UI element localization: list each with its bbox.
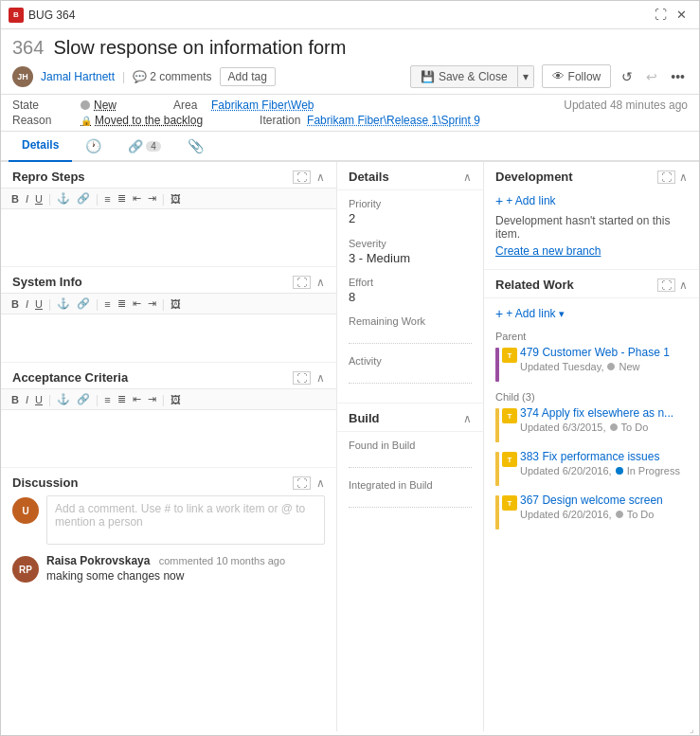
rich-list4[interactable]: ⇥ (145, 191, 159, 206)
more-button[interactable]: ••• (668, 67, 688, 86)
integrated-in-build-field: Integrated in Build (349, 479, 472, 508)
meta-rows: State New Area Fabrikam Fiber\Web Update… (1, 95, 699, 132)
undo-button[interactable]: ↩ (643, 67, 660, 86)
severity-value[interactable]: 3 - Medium (349, 251, 472, 265)
user-name[interactable]: Jamal Hartnett (41, 70, 115, 83)
rich-list3[interactable]: ⇤ (130, 191, 144, 206)
si-italic[interactable]: I (23, 297, 31, 311)
comment-time-1: commented 10 months ago (159, 555, 285, 566)
ac-bold[interactable]: B (9, 393, 22, 406)
si-underline[interactable]: U (32, 297, 45, 311)
tab-history[interactable]: 🕐 (72, 132, 115, 162)
dev-add-link[interactable]: + + Add link (495, 193, 688, 208)
repro-steps-content[interactable] (1, 209, 336, 266)
related-expand-icon[interactable]: ⛶ (657, 278, 675, 292)
rich-sep-1: | (48, 192, 51, 206)
ac-link2[interactable]: 🔗 (74, 392, 93, 406)
child2-title[interactable]: 383 Fix performance issues (520, 450, 680, 465)
system-info-header: System Info ⛶ ∧ (1, 267, 336, 293)
ac-italic[interactable]: I (23, 393, 31, 406)
development-content: + + Add link Development hasn't started … (484, 189, 699, 269)
remaining-work-value[interactable] (349, 329, 472, 344)
left-panel: Repro Steps ⛶ ∧ B I U | ⚓ 🔗 | ≡ ≣ ⇤ ⇥ | … (1, 162, 337, 731)
ac-content[interactable] (1, 410, 336, 467)
area-value[interactable]: Fabrikam Fiber\Web (211, 99, 314, 112)
rich-image[interactable]: 🖼 (168, 192, 184, 206)
child3-icon: T (502, 495, 517, 511)
si-link2[interactable]: 🔗 (74, 296, 93, 311)
maximize-button[interactable]: ⛶ (650, 6, 672, 24)
si-image[interactable]: 🖼 (168, 297, 184, 311)
resize-handle[interactable]: ⌟ (690, 724, 694, 734)
ac-collapse-icon[interactable]: ∧ (316, 371, 325, 385)
activity-value[interactable] (349, 368, 472, 384)
tab-details[interactable]: Details (9, 132, 72, 162)
add-tag-button[interactable]: Add tag (220, 67, 276, 86)
repro-collapse-icon[interactable]: ∧ (316, 171, 325, 184)
dev-collapse-icon[interactable]: ∧ (679, 171, 688, 184)
rich-list1[interactable]: ≡ (101, 192, 113, 206)
si-link[interactable]: ⚓ (54, 296, 73, 311)
si-list2[interactable]: ≣ (115, 296, 129, 311)
remaining-work-label: Remaining Work (349, 315, 472, 327)
ac-list4[interactable]: ⇥ (145, 392, 159, 406)
details-collapse-icon[interactable]: ∧ (463, 171, 472, 184)
dev-expand-icon[interactable]: ⛶ (657, 171, 675, 184)
parent-status-dot (607, 363, 615, 370)
sysinfo-expand-icon[interactable]: ⛶ (293, 276, 311, 289)
ac-image[interactable]: 🖼 (168, 393, 184, 406)
rich-underline[interactable]: U (32, 192, 45, 206)
repro-expand-icon[interactable]: ⛶ (293, 171, 311, 184)
discussion-title: Discussion (12, 476, 293, 490)
found-in-build-value[interactable] (349, 453, 472, 468)
rich-link[interactable]: ⚓ (54, 191, 73, 206)
system-info-icons: ⛶ ∧ (293, 276, 325, 289)
ac-link[interactable]: ⚓ (54, 392, 73, 406)
si-list3[interactable]: ⇤ (130, 296, 144, 311)
comment-input[interactable]: Add a comment. Use # to link a work item… (46, 495, 325, 545)
child3-status-dot (616, 511, 623, 518)
si-list1[interactable]: ≡ (101, 297, 113, 311)
rich-link2[interactable]: 🔗 (74, 191, 93, 206)
rich-list2[interactable]: ≣ (115, 191, 129, 206)
tab-links[interactable]: 🔗 4 (115, 132, 174, 162)
related-plus-icon: + (495, 306, 503, 321)
parent-title[interactable]: 479 Customer Web - Phase 1 (520, 346, 670, 361)
priority-value[interactable]: 2 (349, 211, 472, 226)
rich-italic[interactable]: I (23, 192, 31, 206)
related-add-dropdown-icon[interactable]: ▾ (559, 308, 565, 320)
system-info-content[interactable] (1, 314, 336, 362)
create-branch-link[interactable]: Create a new branch (495, 244, 688, 258)
integrated-in-build-value[interactable] (349, 493, 472, 508)
save-close-button[interactable]: 💾 Save & Close (410, 65, 518, 88)
effort-value[interactable]: 8 (349, 290, 472, 304)
state-value[interactable]: New (81, 99, 117, 112)
iteration-value[interactable]: Fabrikam Fiber\Release 1\Sprint 9 (307, 114, 480, 127)
ac-list2[interactable]: ≣ (115, 392, 129, 406)
si-bold[interactable]: B (9, 297, 22, 311)
ac-list3[interactable]: ⇤ (130, 392, 144, 406)
follow-button[interactable]: 👁 Follow (542, 64, 612, 88)
disc-collapse-icon[interactable]: ∧ (316, 476, 325, 490)
save-close-dropdown-button[interactable]: ▾ (518, 65, 534, 88)
build-collapse-icon[interactable]: ∧ (463, 412, 472, 425)
child3-title[interactable]: 367 Design welcome screen (520, 494, 663, 509)
comments-button[interactable]: 💬 2 comments (133, 70, 211, 83)
child1-icon: T (502, 408, 517, 423)
rich-bold[interactable]: B (9, 192, 22, 206)
si-list4[interactable]: ⇥ (145, 296, 159, 311)
child1-title[interactable]: 374 Apply fix elsewhere as n... (520, 406, 673, 422)
related-collapse-icon[interactable]: ∧ (679, 278, 688, 292)
disc-expand-icon[interactable]: ⛶ (293, 476, 311, 490)
related-add-link[interactable]: + + Add link ▾ (495, 306, 688, 321)
ac-underline[interactable]: U (32, 393, 45, 406)
bug-icon: B (9, 8, 24, 23)
refresh-button[interactable]: ↺ (619, 67, 636, 86)
ac-expand-icon[interactable]: ⛶ (293, 371, 311, 385)
ac-list1[interactable]: ≡ (101, 393, 113, 406)
tab-attachments[interactable]: 📎 (174, 132, 217, 162)
work-item-title[interactable]: Slow response on information form (53, 37, 346, 59)
close-button[interactable]: ✕ (672, 6, 691, 24)
sysinfo-collapse-icon[interactable]: ∧ (316, 276, 325, 289)
reason-value[interactable]: 🔒 Moved to the backlog (81, 114, 203, 127)
